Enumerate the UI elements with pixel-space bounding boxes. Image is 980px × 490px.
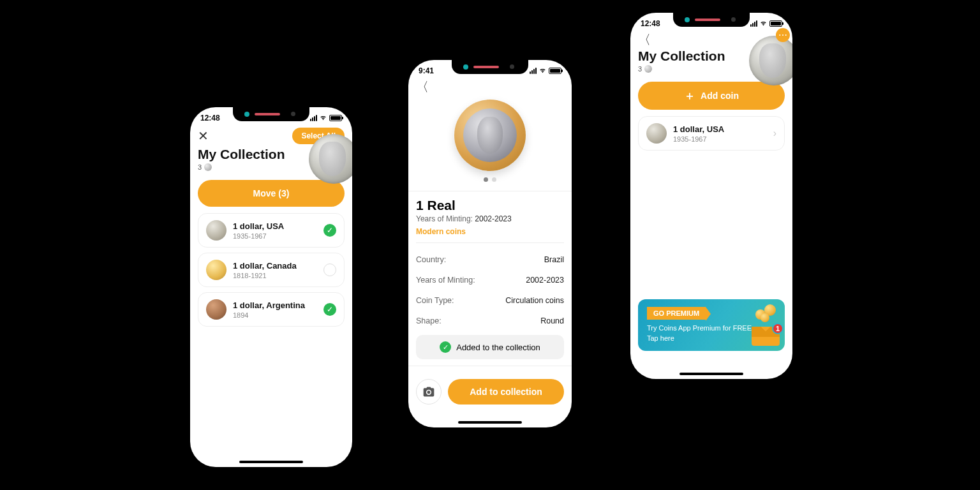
added-banner: ✓ Added to the collection	[416, 335, 564, 359]
coin-thumb	[646, 123, 667, 144]
detail-key: Shape:	[416, 316, 442, 325]
phone-collection-select: 12:48 ✕ Select All My Collection 3 Move …	[190, 107, 352, 467]
premium-promo-card[interactable]: GO PREMIUM Try Coins App Premium for FRE…	[638, 299, 785, 351]
check-icon: ✓	[440, 341, 451, 353]
phone-collection-home: 12:48 〈 ⋯ My Collection 3 ＋ Add coin 1 d…	[630, 13, 792, 379]
promo-badge: GO PREMIUM	[647, 307, 706, 320]
status-time: 12:48	[641, 19, 660, 28]
unchecked-icon[interactable]	[323, 264, 336, 276]
header-coin-illustration	[749, 36, 792, 85]
home-indicator	[239, 461, 303, 463]
signal-icon	[310, 115, 317, 121]
item-subtitle: 1818-1921	[233, 272, 317, 279]
item-title: 1 dollar, USA	[233, 221, 317, 231]
item-subtitle: 1935-1967	[673, 135, 767, 143]
device-notch	[452, 60, 528, 74]
list-item[interactable]: 1 dollar, USA 1935-1967 ›	[638, 116, 785, 151]
coin-hero-image[interactable]	[454, 100, 526, 171]
wifi-icon	[538, 68, 547, 74]
detail-value: Circulation coins	[505, 296, 564, 305]
coin-thumb	[206, 220, 226, 241]
carousel-dot[interactable]	[484, 177, 488, 182]
detail-value: Brazil	[544, 255, 564, 264]
notification-badge: 1	[772, 323, 783, 334]
coin-thumb	[206, 260, 226, 280]
detail-row: Shape:Round	[408, 311, 572, 331]
coin-mini-icon	[644, 65, 652, 73]
item-subtitle: 1935-1967	[233, 232, 317, 240]
back-icon[interactable]: 〈	[416, 80, 429, 93]
list-item[interactable]: 1 dollar, USA1935-1967✓	[198, 213, 345, 248]
device-notch	[233, 107, 309, 121]
plus-icon: ＋	[684, 90, 695, 101]
more-button[interactable]: ⋯	[776, 28, 790, 42]
checked-icon[interactable]: ✓	[323, 224, 336, 237]
wifi-icon	[759, 20, 768, 27]
item-title: 1 dollar, Argentina	[233, 301, 317, 310]
signal-icon	[530, 68, 537, 74]
signal-icon	[750, 20, 757, 27]
list-item[interactable]: 1 dollar, Argentina1894✓	[198, 292, 345, 327]
promo-coins-illustration	[753, 303, 778, 322]
phone-coin-detail: 9:41 〈 1 Real Years of Minting: 2002-202…	[408, 60, 572, 427]
item-title: 1 dollar, USA	[673, 124, 767, 134]
detail-key: Years of Minting:	[416, 276, 475, 285]
category-link[interactable]: Modern coins	[408, 225, 572, 236]
camera-icon	[422, 385, 435, 398]
item-title: 1 dollar, Canada	[233, 261, 317, 271]
chevron-right-icon: ›	[773, 128, 776, 139]
battery-icon	[769, 20, 782, 27]
wifi-icon	[319, 115, 327, 121]
detail-key: Coin Type:	[416, 296, 454, 305]
camera-button[interactable]	[416, 379, 442, 405]
add-to-collection-button[interactable]: Add to collection	[448, 379, 564, 405]
carousel-dot[interactable]	[492, 177, 496, 182]
home-indicator	[679, 373, 743, 375]
detail-row: Country:Brazil	[408, 249, 572, 270]
detail-value: 2002-2023	[526, 276, 564, 285]
status-time: 12:48	[200, 114, 220, 122]
add-coin-button[interactable]: ＋ Add coin	[638, 82, 785, 110]
detail-row: Years of Minting:2002-2023	[408, 270, 572, 290]
back-icon[interactable]: 〈	[638, 33, 651, 46]
coin-title: 1 Real	[408, 198, 572, 213]
minting-line: Years of Minting: 2002-2023	[408, 213, 572, 225]
item-subtitle: 1894	[233, 311, 317, 319]
device-notch	[673, 13, 750, 27]
detail-row: Coin Type:Circulation coins	[408, 290, 572, 311]
detail-value: Round	[540, 316, 564, 325]
checked-icon[interactable]: ✓	[323, 303, 336, 316]
coin-mini-icon	[204, 163, 212, 171]
battery-icon	[549, 68, 561, 74]
status-time: 9:41	[419, 66, 434, 75]
home-indicator	[458, 421, 522, 424]
coin-thumb	[206, 299, 226, 320]
detail-key: Country:	[416, 255, 446, 264]
close-icon[interactable]: ✕	[198, 130, 209, 142]
carousel-dots[interactable]	[408, 177, 572, 182]
header-coin-illustration	[309, 134, 352, 184]
list-item[interactable]: 1 dollar, Canada1818-1921	[198, 253, 345, 287]
battery-icon	[329, 115, 342, 121]
move-button[interactable]: Move (3)	[198, 180, 345, 207]
